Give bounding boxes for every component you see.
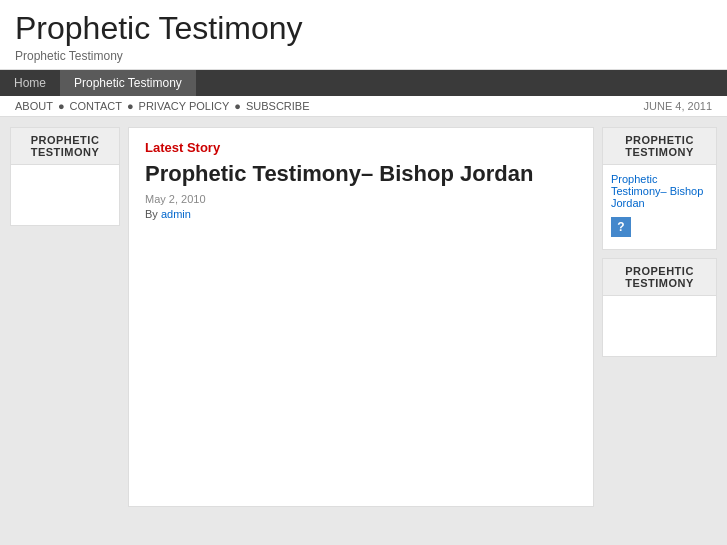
nav-bar: Home Prophetic Testimony xyxy=(0,70,727,96)
right-widget-1-link[interactable]: Prophetic Testimony– Bishop Jordan xyxy=(603,169,716,211)
left-widget-title: PROPHETICTESTIMONY xyxy=(11,128,119,165)
date-display: JUNE 4, 2011 xyxy=(644,100,712,112)
article-author-label: By xyxy=(145,208,158,220)
main-content: Latest Story Prophetic Testimony– Bishop… xyxy=(128,127,594,507)
latest-story-label: Latest Story xyxy=(145,140,577,155)
article-author-name[interactable]: admin xyxy=(161,208,191,220)
right-widget-1-body: Prophetic Testimony– Bishop Jordan ? xyxy=(603,165,716,249)
left-sidebar: PROPHETICTESTIMONY xyxy=(10,127,120,507)
article-author: By admin xyxy=(145,208,577,220)
sub-nav: ABOUT ● CONTACT ● PRIVACY POLICY ● SUBSC… xyxy=(0,96,727,117)
main-layout: PROPHETICTESTIMONY Latest Story Propheti… xyxy=(0,117,727,517)
right-widget-2: PROPEHTICTESTIMONY xyxy=(602,258,717,357)
site-header: Prophetic Testimony Prophetic Testimony xyxy=(0,0,727,70)
site-title: Prophetic Testimony xyxy=(15,10,712,47)
subnav-about[interactable]: ABOUT xyxy=(15,100,53,112)
site-subtitle: Prophetic Testimony xyxy=(15,49,712,63)
left-widget-body xyxy=(11,165,119,225)
nav-item-prophetic[interactable]: Prophetic Testimony xyxy=(60,70,196,96)
right-widget-1-title: PROPHETICTESTIMONY xyxy=(603,128,716,165)
right-widget-1: PROPHETICTESTIMONY Prophetic Testimony– … xyxy=(602,127,717,250)
subnav-contact[interactable]: CONTACT xyxy=(70,100,122,112)
left-widget: PROPHETICTESTIMONY xyxy=(10,127,120,226)
right-sidebar: PROPHETICTESTIMONY Prophetic Testimony– … xyxy=(602,127,717,507)
right-widget-image: ? xyxy=(611,217,631,237)
nav-item-home[interactable]: Home xyxy=(0,70,60,96)
right-widget-2-title: PROPEHTICTESTIMONY xyxy=(603,259,716,296)
subnav-subscribe[interactable]: SUBSCRIBE xyxy=(246,100,310,112)
article-title[interactable]: Prophetic Testimony– Bishop Jordan xyxy=(145,161,577,187)
article-date: May 2, 2010 xyxy=(145,193,577,205)
sub-nav-links: ABOUT ● CONTACT ● PRIVACY POLICY ● SUBSC… xyxy=(15,100,310,112)
subnav-privacy[interactable]: PRIVACY POLICY xyxy=(139,100,230,112)
right-widget-2-body xyxy=(603,296,716,356)
